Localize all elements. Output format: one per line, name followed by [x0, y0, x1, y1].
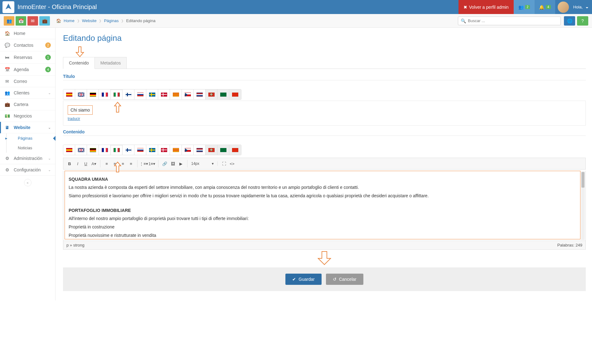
bullet-list-button[interactable]: ⋮≡▾ [140, 160, 148, 167]
code-button[interactable]: <> [228, 160, 236, 167]
close-icon: ✖ [463, 5, 467, 10]
flag-fi[interactable] [123, 89, 134, 99]
globe-icon: 🌐 [567, 18, 572, 23]
flag-gb[interactable] [75, 145, 87, 155]
flag-eus[interactable] [206, 89, 217, 99]
image-button[interactable]: 🖼 [169, 160, 177, 167]
sidebar-item-agenda[interactable]: 📅 Agenda 4 [0, 64, 55, 76]
gear-icon: ⚙ [4, 167, 10, 172]
flag-fr-icon [102, 93, 108, 97]
font-size-select[interactable]: 14px ▾ [190, 161, 215, 166]
sidebar-item-negocios[interactable]: 💵 Negocios [0, 110, 55, 122]
sidebar-item-admin[interactable]: ⚙ Administración ⌄ [0, 153, 55, 164]
align-left-button[interactable]: ≡ [103, 160, 110, 167]
groups-button[interactable]: 👥 2 [514, 0, 535, 14]
fullscreen-button[interactable]: ⛶ [220, 160, 228, 167]
search-box[interactable]: 🔍 [458, 17, 561, 25]
sidebar-item-contactos[interactable]: 💬 Contactos 2 [0, 39, 55, 51]
flag-cat[interactable] [170, 89, 182, 99]
translate-link[interactable]: traducir [68, 117, 581, 121]
flag-nl[interactable] [194, 145, 206, 155]
breadcrumb-website[interactable]: Website [82, 18, 97, 23]
sidebar-sub-paginas[interactable]: Páginas [6, 133, 55, 143]
chevron-right-icon: ❯ [99, 19, 101, 22]
help-button[interactable]: ? [577, 16, 588, 26]
italic-button[interactable]: I [74, 160, 81, 167]
flag-nl[interactable] [194, 89, 206, 99]
sidebar-collapse-button[interactable]: « [24, 179, 32, 186]
editor-paragraph: Siamo professionisti e lavoriamo per off… [69, 193, 576, 199]
flag-sa[interactable] [217, 89, 229, 99]
quick-calendar-button[interactable]: 📅 [16, 16, 26, 26]
flag-cz-icon [185, 93, 191, 97]
flag-se[interactable] [146, 145, 158, 155]
flag-fi[interactable] [123, 145, 134, 155]
flag-fr[interactable] [99, 145, 111, 155]
titulo-input[interactable]: Chi siamo [68, 105, 93, 115]
flag-ru[interactable] [134, 89, 146, 99]
sidebar-item-cartera[interactable]: 💼 Cartera [0, 99, 55, 110]
flag-de[interactable] [87, 89, 99, 99]
notifications-button[interactable]: 🔔 4 [534, 0, 555, 14]
globe-button[interactable]: 🌐 [564, 16, 575, 26]
flag-cn[interactable] [229, 145, 241, 155]
number-list-button[interactable]: 1≡▾ [148, 160, 156, 167]
sidebar-item-reservas[interactable]: 🛏 Reservas 1 [0, 51, 55, 64]
flag-fr[interactable] [99, 89, 111, 99]
flag-cn[interactable] [229, 89, 241, 99]
flag-cz[interactable] [182, 89, 194, 99]
flag-es[interactable] [63, 145, 75, 155]
app-logo[interactable] [2, 1, 14, 13]
flag-dk[interactable] [158, 89, 170, 99]
avatar[interactable] [558, 2, 569, 13]
sidebar-item-clientes[interactable]: 👥 Clientes ⌄ [0, 87, 55, 99]
bold-button[interactable]: B [66, 160, 73, 167]
flag-eus[interactable] [206, 145, 217, 155]
flag-dk[interactable] [158, 145, 170, 155]
sidebar-item-config[interactable]: ⚙ Configuración ⌄ [0, 164, 55, 176]
breadcrumb-paginas[interactable]: Páginas [104, 18, 119, 23]
flag-se[interactable] [146, 89, 158, 99]
quick-users-button[interactable]: 👥 [4, 16, 14, 26]
save-button[interactable]: ✔ Guardar [285, 274, 321, 285]
scrollbar[interactable] [581, 171, 585, 240]
flag-it[interactable]: Italiano [111, 89, 123, 99]
quick-briefcase-button[interactable]: 💼 [39, 16, 50, 26]
editor-paragraph: La nostra azienda è composta da esperti … [69, 184, 576, 191]
user-menu[interactable]: Hola, [571, 0, 592, 14]
align-justify-button[interactable]: ≡ [127, 160, 135, 167]
flag-es[interactable] [63, 89, 75, 99]
tab-contenido[interactable]: Contenido [63, 57, 95, 69]
italic-icon: I [77, 161, 78, 166]
link-button[interactable]: 🔗 [161, 160, 168, 167]
editor-content[interactable]: SQUADRA UMANA La nostra azienda è compos… [65, 171, 580, 239]
sidebar-item-correo[interactable]: ✉ Correo [0, 76, 55, 87]
flag-ru[interactable] [134, 145, 146, 155]
monitor-icon: 🖥 [4, 125, 10, 130]
return-admin-button[interactable]: ✖ Volver a perfil admin [459, 0, 514, 14]
flag-cat[interactable] [170, 145, 182, 155]
text-color-button[interactable]: A▾ [90, 160, 98, 167]
quick-mail-button[interactable]: ✉ [27, 16, 38, 26]
flag-it[interactable]: Italiano [111, 145, 123, 155]
breadcrumb-home[interactable]: Home [64, 18, 75, 23]
cancel-button[interactable]: ↺ Cancelar [326, 274, 363, 285]
tab-metadatos[interactable]: Metadatos [95, 57, 127, 69]
save-label: Guardar [298, 277, 314, 282]
flag-eus-icon [208, 93, 215, 97]
search-input[interactable] [468, 18, 558, 23]
underline-button[interactable]: U [82, 160, 90, 167]
flag-gb[interactable] [75, 89, 87, 99]
flag-cn-icon [232, 93, 238, 97]
sidebar-sub-noticias[interactable]: Noticias [6, 143, 55, 153]
flag-cz[interactable] [182, 145, 194, 155]
chevron-right-icon: ❯ [77, 19, 80, 22]
scrollbar-thumb[interactable] [581, 172, 585, 188]
chevron-down-icon: ▾ [212, 161, 214, 166]
editor-heading: SQUADRA UMANA [69, 177, 576, 182]
sidebar-item-website[interactable]: 🖥 Website ⌄ [0, 122, 55, 133]
flag-de[interactable] [87, 145, 99, 155]
video-button[interactable]: ▶ [177, 160, 185, 167]
flag-sa[interactable] [217, 145, 229, 155]
sidebar-item-home[interactable]: 🏠 Home [0, 28, 55, 39]
